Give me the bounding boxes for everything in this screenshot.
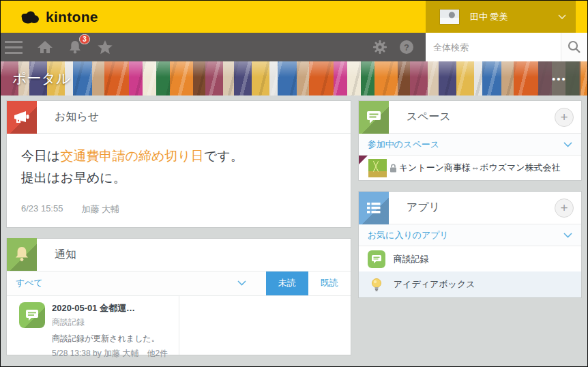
help-glyph: ?: [404, 42, 409, 53]
space-chat-icon: [359, 101, 389, 134]
announcement-text-suffix: です。: [204, 149, 244, 163]
apps-header: アプリ +: [359, 192, 581, 224]
logo-text: kintone: [46, 9, 98, 25]
toolbar-right-group: ?: [372, 33, 587, 61]
gear-icon: [372, 40, 387, 55]
cloud-logo-icon: [19, 9, 42, 25]
spaces-header: スペース +: [359, 101, 581, 134]
notifications-button[interactable]: 3: [68, 40, 83, 55]
megaphone-icon: [7, 101, 37, 134]
notification-item[interactable]: 2020-05-01 金都運… 商談記録 商談記録が更新されました。 5/28 …: [7, 296, 179, 355]
notification-record-title: 2020-05-01 金都運…: [52, 302, 168, 314]
plus-icon: +: [560, 111, 568, 123]
announcement-card: お知らせ 今日は交通費申請の締め切り日です。 提出はお早めに。 6/23 15:…: [6, 100, 351, 228]
chevron-down-icon: [558, 14, 566, 20]
ellipsis-icon: •••: [552, 73, 567, 85]
home-icon: [37, 40, 53, 55]
space-name-text: キントーン商事様⇔ボウズマン株式会社: [399, 162, 561, 174]
favorite-apps-toggle[interactable]: お気に入りのアプリ: [359, 224, 581, 246]
announcement-text-prefix: 今日は: [21, 149, 60, 163]
notifications-card: 通知 すべて 未読 既読: [6, 238, 351, 355]
more-options-button[interactable]: •••: [538, 61, 580, 96]
app-list-icon: [359, 192, 389, 224]
kintone-portal-page: kintone 田中 愛美 3: [0, 0, 588, 367]
notifications-header: 通知: [7, 239, 351, 271]
home-button[interactable]: [37, 40, 53, 55]
announcement-line2: 提出はお早めに。: [21, 167, 336, 189]
apps-card: アプリ + お気に入りのアプリ: [358, 191, 582, 298]
add-app-button[interactable]: +: [555, 199, 574, 218]
star-icon: [97, 40, 113, 55]
add-space-button[interactable]: +: [555, 108, 574, 127]
search-icon: [567, 40, 582, 55]
announcement-title: お知らせ: [55, 110, 99, 124]
space-thumbnail: [368, 159, 387, 177]
lightbulb-icon: [368, 276, 385, 293]
avatar: [439, 9, 460, 25]
notification-app-name: 商談記録: [52, 317, 168, 328]
favorite-apps-label: お気に入りのアプリ: [368, 229, 449, 241]
announcement-link[interactable]: 交通費申請の締め切り日: [60, 149, 203, 163]
notification-text-block: 2020-05-01 金都運… 商談記録 商談記録が更新されました。 5/28 …: [52, 302, 168, 351]
announcement-footer: 6/23 15:55 加藤 大輔: [7, 192, 351, 227]
settings-button[interactable]: [372, 40, 387, 55]
chevron-down-icon: [563, 142, 572, 147]
filter-selected-value: すべて: [16, 277, 43, 289]
app-name: 商談記録: [394, 253, 429, 265]
record-chat-icon: [19, 302, 45, 328]
app-list-item[interactable]: アイディアボックス: [359, 271, 581, 297]
favorites-button[interactable]: [97, 40, 113, 55]
notification-message: 商談記録が更新されました。: [52, 333, 168, 344]
notifications-filter-row: すべて 未読 既読: [7, 271, 351, 296]
unread-tab-button[interactable]: 未読: [266, 271, 308, 295]
hamburger-menu-icon[interactable]: [5, 41, 23, 54]
global-toolbar: 3: [1, 33, 587, 61]
left-column: お知らせ 今日は交通費申請の締め切り日です。 提出はお早めに。 6/23 15:…: [6, 100, 351, 355]
lock-icon: [389, 164, 397, 173]
search-input[interactable]: [426, 33, 561, 61]
notification-filter-dropdown[interactable]: すべて: [7, 271, 266, 295]
spaces-title: スペース: [407, 110, 451, 124]
space-list-item[interactable]: キントーン商事様⇔ボウズマン株式会社: [359, 156, 581, 180]
announcement-timestamp: 6/23 15:55: [21, 203, 63, 216]
search-button[interactable]: [561, 33, 587, 61]
chevron-down-icon: [237, 280, 246, 286]
help-button[interactable]: ?: [399, 40, 414, 55]
page-title: ポータル: [12, 69, 70, 88]
space-name: キントーン商事様⇔ボウズマン株式会社: [389, 162, 561, 174]
notification-count-badge: 3: [79, 34, 90, 44]
notification-list: 2020-05-01 金都運… 商談記録 商談記録が更新されました。 5/28 …: [7, 296, 351, 355]
apps-title: アプリ: [407, 201, 440, 215]
kintone-logo[interactable]: kintone: [19, 9, 98, 25]
user-menu[interactable]: 田中 愛美: [426, 1, 576, 33]
chat-icon: [368, 250, 385, 268]
announcement-line1: 今日は交通費申請の締め切り日です。: [21, 145, 336, 167]
app-name: アイディアボックス: [394, 278, 475, 291]
global-search: [426, 33, 587, 61]
bell-card-icon: [7, 238, 37, 271]
spaces-card: スペース + 参加中のスペース: [358, 100, 582, 181]
portal-cover-banner: ポータル •••: [1, 61, 587, 96]
notification-timestamp: 5/28 13:38 by 加藤 大輔 他2件: [52, 348, 168, 359]
notifications-title: 通知: [55, 248, 76, 262]
read-tab-button[interactable]: 既読: [308, 271, 351, 295]
announcement-body: 今日は交通費申請の締め切り日です。 提出はお早めに。: [7, 134, 351, 192]
announcement-author[interactable]: 加藤 大輔: [81, 203, 119, 216]
portal-content: お知らせ 今日は交通費申請の締め切り日です。 提出はお早めに。 6/23 15:…: [1, 96, 587, 355]
plus-icon: +: [560, 201, 568, 214]
app-list-item[interactable]: 商談記録: [359, 246, 581, 271]
chevron-down-icon: [563, 233, 572, 238]
announcement-header: お知らせ: [7, 101, 351, 134]
app-header: kintone 田中 愛美: [1, 1, 587, 33]
right-column: スペース + 参加中のスペース: [358, 100, 582, 355]
joined-spaces-toggle[interactable]: 参加中のスペース: [359, 134, 581, 156]
help-icon: ?: [399, 40, 414, 55]
user-name: 田中 愛美: [470, 11, 508, 23]
joined-spaces-label: 参加中のスペース: [368, 138, 439, 151]
